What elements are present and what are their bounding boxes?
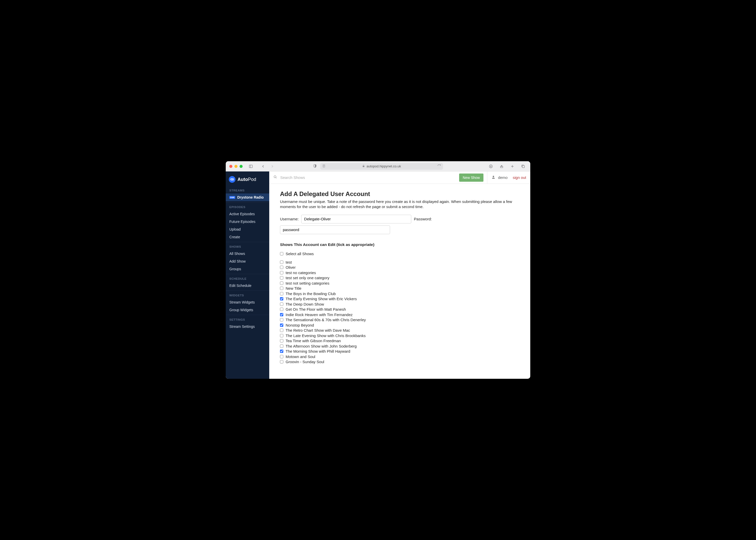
sidebar-item[interactable]: Stream Settings — [226, 323, 269, 331]
privacy-shield-icon[interactable] — [313, 164, 317, 169]
show-label[interactable]: The Retro Chart Show with Dave Mac — [286, 328, 350, 333]
share-icon[interactable] — [498, 163, 505, 170]
page-content: Add A Delegated User Account Username mu… — [269, 184, 530, 379]
sidebar-item[interactable]: Groups — [226, 265, 269, 273]
show-checkbox[interactable] — [280, 344, 283, 348]
forward-button-icon[interactable] — [269, 163, 276, 170]
show-row: test — [280, 260, 520, 264]
sidebar-item[interactable]: Stream Widgets — [226, 298, 269, 306]
show-label[interactable]: Groovin - Sunday Soul — [286, 359, 324, 364]
reader-mode-icon[interactable] — [322, 164, 325, 168]
sidebar-section-heading: EPISODES — [226, 202, 269, 210]
show-label[interactable]: Oliver — [286, 265, 296, 269]
show-label[interactable]: New Title — [286, 286, 302, 291]
show-label[interactable]: Indie Rock Heaven with Tim Fernandez — [286, 313, 353, 317]
show-checkbox[interactable] — [280, 292, 283, 295]
sidebar-item[interactable]: Upload — [226, 225, 269, 233]
svg-rect-0 — [249, 165, 252, 168]
svg-line-17 — [276, 178, 277, 178]
show-checkbox[interactable] — [280, 334, 283, 337]
show-label[interactable]: The Early Evening Show with Eric Vickers — [286, 297, 357, 301]
search-input[interactable] — [280, 175, 352, 180]
show-row: The Early Evening Show with Eric Vickers — [280, 297, 520, 301]
show-checkbox[interactable] — [280, 282, 283, 285]
svg-rect-13 — [522, 165, 525, 168]
show-label[interactable]: test — [286, 260, 292, 264]
brand[interactable]: AutoPod — [226, 172, 269, 187]
sidebar-item[interactable]: DSRDrystone Radio — [226, 194, 269, 201]
search-icon[interactable] — [273, 175, 277, 180]
minimize-window-button[interactable] — [234, 165, 237, 168]
sidebar-item-label: Stream Widgets — [229, 300, 255, 304]
sidebar-item[interactable]: Create — [226, 233, 269, 241]
show-checkbox[interactable] — [280, 276, 283, 279]
close-window-button[interactable] — [229, 165, 232, 168]
show-label[interactable]: Tea Time with Gibson Freedman — [286, 338, 341, 343]
show-row: Nonstop Beyond — [280, 323, 520, 327]
select-all-shows-row: Select all Shows — [280, 252, 520, 256]
show-label[interactable]: The Deep Down Show — [286, 302, 324, 306]
show-label[interactable]: The Late Evening Show with Chris Brookba… — [286, 334, 366, 338]
show-checkbox[interactable] — [280, 318, 283, 322]
show-checkbox[interactable] — [280, 360, 283, 363]
window-controls — [229, 165, 243, 168]
signout-link[interactable]: sign out — [513, 175, 526, 180]
show-checkbox[interactable] — [280, 355, 283, 358]
sidebar-item[interactable]: All Shows — [226, 250, 269, 257]
show-label[interactable]: The Morning Show with Phill Hayward — [286, 349, 350, 353]
show-label[interactable]: test not setting categories — [286, 281, 329, 285]
show-label[interactable]: The Sensational 60s & 70s with Chris Den… — [286, 318, 366, 322]
select-all-shows-label[interactable]: Select all Shows — [286, 252, 314, 256]
url-bar[interactable]: autopod.hippynet.co.uk — [320, 163, 443, 170]
back-button-icon[interactable] — [260, 163, 267, 170]
show-row: New Title — [280, 286, 520, 291]
brand-text: AutoPod — [237, 177, 256, 182]
show-row: test no categories — [280, 271, 520, 275]
show-label[interactable]: The Boys in the Bowling Club — [286, 292, 336, 296]
sidebar-item-label: All Shows — [229, 252, 245, 256]
show-row: The Deep Down Show — [280, 302, 520, 306]
maximize-window-button[interactable] — [240, 165, 243, 168]
main-area: New Show demo sign out Add A Delegated U… — [269, 172, 530, 379]
sidebar-item[interactable]: Future Episodes — [226, 218, 269, 225]
show-label[interactable]: Nonstop Beyond — [286, 323, 314, 327]
show-checkbox[interactable] — [280, 339, 283, 342]
show-checkbox[interactable] — [280, 329, 283, 332]
show-checkbox[interactable] — [280, 266, 283, 269]
sidebar-item-label: Edit Schedule — [229, 284, 251, 288]
reload-icon[interactable] — [438, 164, 441, 168]
show-label[interactable]: Motown and Soul — [286, 354, 315, 359]
show-label[interactable]: The Afternoon Show with John Soderberg — [286, 344, 357, 348]
new-tab-icon[interactable] — [509, 163, 516, 170]
downloads-icon[interactable] — [487, 163, 494, 170]
lock-icon — [362, 164, 365, 168]
show-row: The Sensational 60s & 70s with Chris Den… — [280, 318, 520, 322]
stream-badge: DSR — [229, 196, 235, 199]
show-checkbox[interactable] — [280, 287, 283, 290]
show-checkbox[interactable] — [280, 308, 283, 311]
show-checkbox[interactable] — [280, 313, 283, 316]
show-label[interactable]: test set only one category — [286, 276, 329, 280]
select-all-shows-checkbox[interactable] — [280, 252, 283, 255]
show-label[interactable]: test no categories — [286, 271, 316, 275]
svg-point-18 — [493, 176, 494, 177]
password-input[interactable] — [280, 225, 390, 234]
sidebar-section-heading: SCHEDULE — [226, 274, 269, 282]
show-checkbox[interactable] — [280, 297, 283, 301]
sidebar-toggle-icon[interactable] — [247, 163, 254, 170]
show-checkbox[interactable] — [280, 303, 283, 306]
show-checkbox[interactable] — [280, 261, 283, 264]
show-row: The Retro Chart Show with Dave Mac — [280, 328, 520, 333]
tabs-overview-icon[interactable] — [520, 163, 527, 170]
sidebar-item[interactable]: Group Widgets — [226, 306, 269, 314]
show-label[interactable]: Get On The Floor with Matt Panesh — [286, 307, 346, 312]
sidebar-item[interactable]: Add Show — [226, 257, 269, 265]
new-show-button[interactable]: New Show — [459, 174, 483, 182]
show-checkbox[interactable] — [280, 324, 283, 327]
username-label[interactable]: demo — [498, 175, 508, 180]
sidebar-item[interactable]: Active Episodes — [226, 210, 269, 218]
show-checkbox[interactable] — [280, 349, 283, 353]
show-checkbox[interactable] — [280, 271, 283, 274]
username-input[interactable] — [301, 215, 411, 223]
sidebar-item[interactable]: Edit Schedule — [226, 282, 269, 289]
